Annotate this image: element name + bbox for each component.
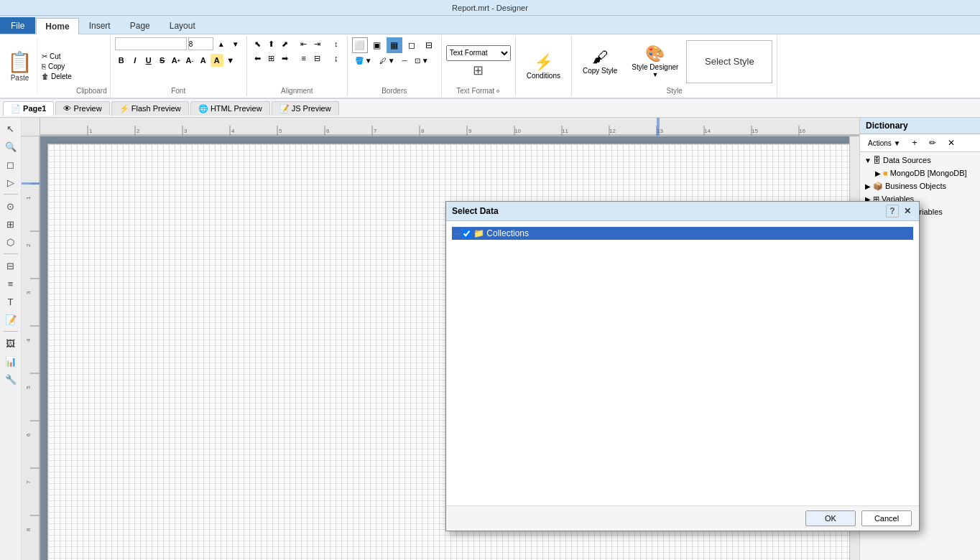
ribbon-tabs-bar: File Home Insert Page Layout bbox=[0, 16, 980, 34]
border-none[interactable]: ◻ bbox=[404, 37, 420, 53]
sidebar-arrow-icon[interactable]: ▷ bbox=[3, 174, 19, 190]
collections-checkbox[interactable] bbox=[462, 229, 471, 238]
style-designer-button[interactable]: 🎨 Style Designer ▼ bbox=[625, 40, 685, 83]
doc-tab-js[interactable]: 📝 JS Preview bbox=[272, 101, 339, 116]
expand-business-objects[interactable]: ▶ bbox=[863, 181, 873, 191]
superscript-button[interactable]: A+ bbox=[170, 54, 182, 67]
strikethrough-button[interactable]: S bbox=[156, 54, 169, 67]
paste-button[interactable]: 📋 Paste bbox=[3, 37, 37, 95]
border-controls: ⬜ ▣ ▦ ◻ ⊟ 🪣 ▼ 🖊 ▼ ─ ⊡ bbox=[352, 37, 437, 85]
tree-item-business-objects[interactable]: ▶ 📦 Business Objects bbox=[860, 179, 980, 192]
clipboard-label: Clipboard bbox=[76, 85, 107, 95]
svg-text:7: 7 bbox=[374, 128, 377, 134]
list-number[interactable]: ⊟ bbox=[311, 52, 324, 65]
tab-file[interactable]: File bbox=[0, 17, 35, 34]
line-color-btn[interactable]: 🖊 ▼ bbox=[376, 55, 398, 67]
expand-mongodb[interactable]: ▶ bbox=[873, 168, 883, 178]
panel-add-btn[interactable]: + bbox=[907, 136, 922, 150]
sidebar-image-icon[interactable]: 🖼 bbox=[3, 335, 19, 351]
doc-tab-preview[interactable]: 👁 Preview bbox=[55, 101, 109, 115]
actions-dropdown[interactable]: Actions ▼ bbox=[863, 137, 905, 149]
sidebar-lasso-icon[interactable]: ⊙ bbox=[3, 198, 19, 214]
cut-button[interactable]: ✂ Cut bbox=[40, 52, 73, 61]
text-more-button[interactable]: ▼ bbox=[224, 54, 237, 67]
sidebar-zoom-icon[interactable]: 🔍 bbox=[3, 139, 19, 154]
line-color-dropdown[interactable]: ▼ bbox=[388, 57, 395, 65]
panel-edit-btn[interactable]: ✏ bbox=[924, 136, 941, 150]
border-all[interactable]: ⬜ bbox=[352, 37, 368, 53]
list-bullet[interactable]: ≡ bbox=[297, 52, 310, 65]
italic-button[interactable]: I bbox=[129, 54, 142, 67]
sidebar-chart-icon[interactable]: 📊 bbox=[3, 353, 19, 369]
sidebar-band-icon[interactable]: ≡ bbox=[3, 276, 19, 291]
align-left-top[interactable]: ⬉ bbox=[251, 37, 264, 50]
border-bottom[interactable]: ⊟ bbox=[421, 37, 437, 53]
sidebar-tools-icon[interactable]: 🔧 bbox=[3, 371, 19, 387]
font-color-button[interactable]: A bbox=[197, 54, 210, 67]
indent-increase[interactable]: ⇥ bbox=[311, 37, 324, 50]
doc-tab-flash[interactable]: ⚡ Flash Preview bbox=[111, 101, 189, 116]
panel-delete-btn[interactable]: ✕ bbox=[943, 136, 960, 150]
copy-button[interactable]: ⎘ Copy bbox=[40, 62, 73, 71]
conditions-button[interactable]: ⚡ Conditions bbox=[520, 45, 567, 88]
align-right-mid[interactable]: ➡ bbox=[279, 52, 292, 65]
align-center-mid[interactable]: ⊞ bbox=[265, 52, 278, 65]
text-direction[interactable]: ↕ bbox=[330, 37, 343, 50]
fill-color-dropdown[interactable]: ▼ bbox=[365, 57, 372, 65]
fill-color-btn[interactable]: 🪣 ▼ bbox=[352, 55, 375, 67]
expand-data-sources[interactable]: ▼ bbox=[863, 155, 873, 165]
dialog-ok-button[interactable]: OK bbox=[805, 510, 856, 526]
highlight-button[interactable]: A bbox=[211, 54, 223, 67]
select-data-dialog[interactable]: Select Data ? ✕ ··· 📁 Collections OK Can… bbox=[445, 201, 920, 531]
border-row-2: 🪣 ▼ 🖊 ▼ ─ ⊡ ▼ bbox=[352, 55, 432, 67]
delete-button[interactable]: 🗑 Delete bbox=[40, 72, 73, 81]
font-name-row: ▲ ▼ bbox=[115, 37, 242, 50]
font-size-decrement[interactable]: ▼ bbox=[229, 37, 242, 50]
sidebar-richtext-icon[interactable]: 📝 bbox=[3, 312, 19, 327]
dialog-close-button[interactable]: ✕ bbox=[902, 205, 913, 217]
font-name-input[interactable] bbox=[115, 37, 187, 50]
sidebar-table-icon[interactable]: ⊟ bbox=[3, 258, 19, 274]
align-left-mid[interactable]: ⬅ bbox=[251, 52, 264, 65]
text-format-expand-arrow[interactable]: ⬦ bbox=[496, 86, 500, 94]
align-right-top[interactable]: ⬈ bbox=[279, 37, 292, 50]
sidebar-components-icon[interactable]: ⊞ bbox=[3, 216, 19, 232]
align-center-top[interactable]: ⬆ bbox=[265, 37, 278, 50]
text-format-select[interactable]: Text Format bbox=[446, 45, 511, 61]
tab-page[interactable]: Page bbox=[121, 17, 160, 34]
line-style-btn[interactable]: ─ bbox=[399, 55, 410, 67]
select-style-box[interactable]: Select Style bbox=[686, 40, 772, 83]
sidebar-plugin-icon[interactable]: ⬡ bbox=[3, 234, 19, 250]
tab-home[interactable]: Home bbox=[36, 18, 78, 34]
dialog-cancel-button[interactable]: Cancel bbox=[861, 510, 912, 526]
style-designer-dropdown[interactable]: ▼ bbox=[652, 71, 658, 78]
sidebar-shapes-icon[interactable]: ◻ bbox=[3, 157, 19, 172]
bold-button[interactable]: B bbox=[115, 54, 128, 67]
font-size-increment[interactable]: ▲ bbox=[215, 37, 228, 50]
more-borders-icon: ⊡ bbox=[415, 57, 420, 65]
font-size-input[interactable] bbox=[188, 37, 213, 50]
underline-button[interactable]: U bbox=[142, 54, 155, 67]
text-format-expand[interactable]: ⊞ bbox=[473, 62, 484, 78]
tree-item-mongodb[interactable]: ▶ ■ MongoDB [MongoDB] bbox=[860, 167, 980, 179]
tab-insert[interactable]: Insert bbox=[80, 17, 120, 34]
doc-tab-html-icon: 🌐 bbox=[198, 104, 208, 113]
copy-style-button[interactable]: 🖌 Copy Style bbox=[576, 40, 624, 83]
tree-item-data-sources[interactable]: ▼ 🗄 Data Sources bbox=[860, 154, 980, 167]
doc-tab-html[interactable]: 🌐 HTML Preview bbox=[190, 101, 270, 116]
subscript-button[interactable]: A- bbox=[183, 54, 196, 67]
tab-layout[interactable]: Layout bbox=[160, 17, 205, 34]
collections-folder-icon: 📁 bbox=[473, 228, 484, 238]
more-borders-btn[interactable]: ⊡ ▼ bbox=[412, 55, 432, 67]
sidebar-text-icon[interactable]: T bbox=[3, 294, 19, 309]
indent-decrease[interactable]: ⇤ bbox=[297, 37, 310, 50]
dialog-help-button[interactable]: ? bbox=[886, 205, 899, 218]
svg-text:5: 5 bbox=[25, 386, 32, 389]
line-spacing[interactable]: ↨ bbox=[330, 52, 343, 65]
border-highlight[interactable]: ▦ bbox=[387, 37, 402, 53]
border-outer[interactable]: ▣ bbox=[369, 37, 385, 53]
dialog-tree-item-collections[interactable]: ··· 📁 Collections bbox=[452, 227, 913, 240]
more-borders-dropdown[interactable]: ▼ bbox=[422, 57, 429, 65]
sidebar-pointer-icon[interactable]: ↖ bbox=[3, 121, 19, 136]
doc-tab-page1[interactable]: 📄 Page1 bbox=[3, 101, 54, 116]
